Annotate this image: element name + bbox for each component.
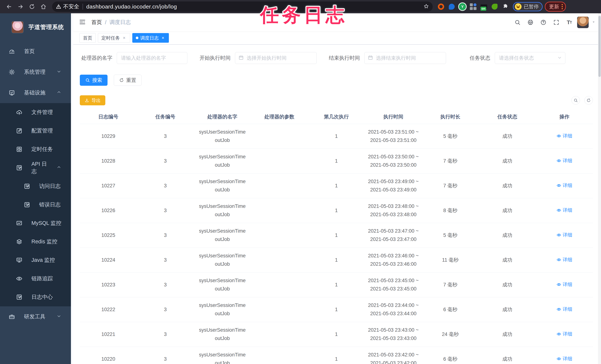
user-avatar[interactable] <box>577 16 589 28</box>
tab-scheduled-jobs[interactable]: 定时任务 <box>98 33 130 43</box>
forward-icon[interactable] <box>16 2 25 11</box>
scrollbar-thumb[interactable] <box>598 16 601 77</box>
cell-duration: 6 毫秒 <box>422 297 479 322</box>
profile-paused-badge[interactable]: 已暂停 <box>513 2 543 11</box>
cell-actions: 详细 <box>536 149 593 173</box>
security-label: 不安全 <box>63 3 79 10</box>
extension-icon-grid[interactable] <box>470 3 477 10</box>
eye-icon <box>556 356 561 361</box>
refresh-table-button[interactable] <box>584 96 593 105</box>
sidebar-item-infrastructure[interactable]: 基础设施 <box>0 82 71 103</box>
detail-link[interactable]: 详细 <box>556 232 572 238</box>
cell-param <box>251 124 308 149</box>
detail-link[interactable]: 详细 <box>556 133 572 139</box>
sidebar-item-scheduled-jobs[interactable]: 定时任务 <box>0 140 71 159</box>
detail-link[interactable]: 详细 <box>556 157 572 164</box>
extension-icon-on-switch[interactable]: on <box>480 3 488 10</box>
begin-time-input[interactable] <box>235 52 317 64</box>
detail-link[interactable]: 详细 <box>556 256 572 263</box>
table-row: 10228 3 sysUserSessionTimeoutJob 1 2021-… <box>80 149 593 173</box>
github-icon[interactable] <box>525 17 536 28</box>
url-bar[interactable]: 不安全 dashboard.yudao.iocoder.cn/job/log <box>52 1 433 12</box>
sidebar: 芋道管理系统 首页 系统管理 基础设施 文件管理 配置管理 <box>0 13 73 364</box>
close-icon[interactable] <box>160 35 165 40</box>
detail-link[interactable]: 详细 <box>556 331 572 337</box>
reset-button[interactable]: 重置 <box>114 75 141 86</box>
paused-label: 已暂停 <box>524 3 539 10</box>
eye-icon <box>556 134 561 138</box>
sidebar-item-java-monitor[interactable]: Java 监控 <box>0 251 71 269</box>
cell-handler: sysUserSessionTimeoutJob <box>194 322 251 347</box>
caret-down-icon[interactable] <box>591 20 596 25</box>
tab-home[interactable]: 首页 <box>80 33 96 43</box>
sidebar-item-file-management[interactable]: 文件管理 <box>0 103 71 121</box>
sidebar-item-api-log[interactable]: API 日志 <box>0 159 71 177</box>
sidebar-item-system[interactable]: 系统管理 <box>0 62 71 82</box>
help-icon[interactable] <box>538 17 549 28</box>
cell-handler: sysUserSessionTimeoutJob <box>194 248 251 272</box>
sidebar-item-error-log[interactable]: 错误日志 <box>0 195 71 214</box>
extension-icon-leaf[interactable] <box>491 3 498 10</box>
briefcase-icon <box>9 313 15 320</box>
detail-link[interactable]: 详细 <box>556 281 572 288</box>
bookmark-star-icon[interactable] <box>423 3 429 10</box>
sidebar-item-log-center[interactable]: 日志中心 <box>0 288 71 306</box>
sidebar-item-redis-monitor[interactable]: Redis 监控 <box>0 233 71 251</box>
reload-icon[interactable] <box>28 2 36 11</box>
cell-log-id: 10222 <box>80 297 137 322</box>
search-icon <box>85 78 90 83</box>
eye-icon <box>16 275 22 282</box>
fullscreen-icon[interactable] <box>551 17 561 28</box>
sidebar-item-mysql-monitor[interactable]: MySQL 监控 <box>0 214 71 233</box>
log-edit-icon <box>24 202 30 208</box>
tab-job-log[interactable]: 调度日志 <box>132 33 169 43</box>
page-scrollbar[interactable] <box>598 13 601 364</box>
cell-duration: 24 毫秒 <box>422 322 479 347</box>
font-size-icon[interactable]: TT <box>564 17 574 28</box>
app-logo <box>11 21 24 33</box>
cell-duration: 7 毫秒 <box>422 173 479 198</box>
extension-icon-orange[interactable] <box>437 3 445 10</box>
cell-handler: sysUserSessionTimeoutJob <box>194 149 251 173</box>
search-icon[interactable] <box>512 17 523 28</box>
col-duration: 执行时长 <box>422 110 479 124</box>
detail-link[interactable]: 详细 <box>556 355 572 362</box>
sidebar-item-config-management[interactable]: 配置管理 <box>0 121 71 140</box>
close-icon[interactable] <box>122 35 127 40</box>
infrastructure-submenu: 文件管理 配置管理 定时任务 API 日志 访问日志 错误日志 <box>0 103 71 306</box>
back-icon[interactable] <box>5 2 13 11</box>
sidebar-item-dev-tools[interactable]: 研发工具 <box>0 306 71 327</box>
job-status-select[interactable] <box>495 52 565 64</box>
cell-job-id: 3 <box>137 347 194 364</box>
gear-icon <box>9 69 15 75</box>
table-row: 10220 3 sysUserSessionTimeoutJob 1 2021-… <box>80 347 593 364</box>
cell-status: 成功 <box>479 347 536 364</box>
search-button[interactable]: 搜索 <box>80 75 108 86</box>
cell-times: 1 <box>308 322 365 347</box>
extension-icon-green-y[interactable]: Y <box>459 3 466 10</box>
app-logo-row[interactable]: 芋道管理系统 <box>0 13 71 41</box>
handler-name-input[interactable] <box>117 52 187 64</box>
cell-handler: sysUserSessionTimeoutJob <box>194 124 251 149</box>
breadcrumb-root[interactable]: 首页 <box>91 19 102 26</box>
toggle-search-button[interactable] <box>571 96 580 105</box>
detail-link[interactable]: 详细 <box>556 207 572 213</box>
browser-update-button[interactable]: 更新 <box>545 2 566 12</box>
collapse-sidebar-icon[interactable] <box>79 18 86 26</box>
export-button[interactable]: 导出 <box>80 95 105 105</box>
detail-link[interactable]: 详细 <box>556 182 572 189</box>
detail-link[interactable]: 详细 <box>556 306 572 313</box>
search-form: 处理器的名字 开始执行时间 结束执行时间 <box>80 52 593 64</box>
home-icon[interactable] <box>39 2 48 11</box>
cell-time: 2021-05-03 23:51:00 2021-05-03 23:51:00 <box>365 124 422 149</box>
cell-job-id: 3 <box>137 223 194 248</box>
table-row: 10229 3 sysUserSessionTimeoutJob 1 2021-… <box>80 124 593 149</box>
end-time-input[interactable] <box>364 52 446 64</box>
extension-icon-drop[interactable] <box>448 3 455 10</box>
cell-time: 2021-05-03 23:43:00 2021-05-03 23:43:00 <box>365 322 422 347</box>
sidebar-item-tracing[interactable]: 链路追踪 <box>0 269 71 288</box>
browser-menu-icon[interactable] <box>562 4 563 9</box>
sidebar-item-home[interactable]: 首页 <box>0 41 71 62</box>
sidebar-item-access-log[interactable]: 访问日志 <box>0 177 71 195</box>
extensions-puzzle-icon[interactable] <box>501 3 509 10</box>
